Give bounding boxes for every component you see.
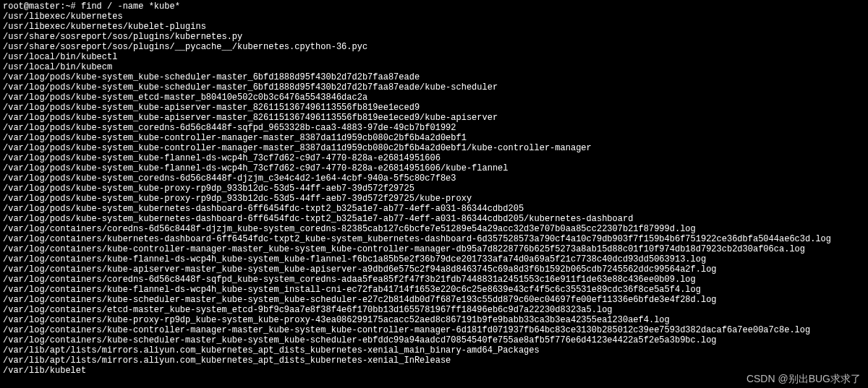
- output-line: /var/log/pods/kube-system_kube-apiserver…: [3, 113, 865, 123]
- output-line: /var/log/pods/kube-system_coredns-6d56c8…: [3, 173, 865, 184]
- output-line: /var/log/pods/kube-system_kube-proxy-rp9…: [3, 194, 865, 204]
- output-line: /var/log/containers/coredns-6d56c8448f-s…: [3, 275, 865, 285]
- output-line: /var/log/pods/kube-system_coredns-6d56c8…: [3, 123, 865, 133]
- output-line: /usr/share/sosreport/sos/plugins/kuberne…: [3, 32, 865, 42]
- output-line: /var/log/containers/kube-controller-mana…: [3, 244, 865, 254]
- output-line: /var/log/containers/kube-scheduler-maste…: [3, 335, 865, 345]
- output-line: /var/lib/apt/lists/mirrors.aliyun.com_ku…: [3, 345, 865, 355]
- watermark: CSDN @别出BUG求求了: [746, 374, 861, 384]
- output-line: /var/log/pods/kube-system_kubernetes-das…: [3, 214, 865, 224]
- output-line: /var/log/pods/kube-system_kube-scheduler…: [3, 72, 865, 82]
- output-line: /usr/libexec/kubernetes: [3, 12, 865, 22]
- output-line: /var/log/pods/kube-system_kube-scheduler…: [3, 82, 865, 92]
- output-line: /var/lib/kubelet: [3, 366, 865, 376]
- output-line: /usr/share/sosreport/sos/plugins/__pycac…: [3, 42, 865, 52]
- output-line: /var/log/pods/kube-system_kube-flannel-d…: [3, 153, 865, 163]
- output-line: /var/log/containers/kube-flannel-ds-wcp4…: [3, 254, 865, 264]
- output-line: /usr/local/bin/kubecm: [3, 62, 865, 72]
- output-line: /var/log/containers/kubernetes-dashboard…: [3, 234, 865, 244]
- output-line: /var/log/containers/kube-scheduler-maste…: [3, 295, 865, 305]
- command-line: root@master:~# find / -name *kube*: [3, 1, 865, 12]
- output-line: /var/log/pods/kube-system_kube-apiserver…: [3, 103, 865, 113]
- output-line: /var/log/containers/etcd-master_kube-sys…: [3, 305, 865, 315]
- output-line: /var/log/pods/kube-system_etcd-master_b8…: [3, 92, 865, 103]
- terminal-output[interactable]: root@master:~# find / -name *kube*/usr/l…: [3, 1, 865, 376]
- output-line: /var/log/containers/kube-apiserver-maste…: [3, 264, 865, 275]
- output-line: /var/log/containers/coredns-6d56c8448f-d…: [3, 224, 865, 234]
- output-line: /var/log/containers/kube-flannel-ds-wcp4…: [3, 285, 865, 295]
- output-line: /var/log/pods/kube-system_kube-proxy-rp9…: [3, 184, 865, 194]
- output-line: /var/log/pods/kube-system_kube-controlle…: [3, 133, 865, 143]
- output-line: /var/log/pods/kube-system_kubernetes-das…: [3, 204, 865, 214]
- output-line: /var/log/containers/kube-proxy-rp9dp_kub…: [3, 315, 865, 325]
- output-line: /var/log/pods/kube-system_kube-controlle…: [3, 143, 865, 153]
- output-line: /usr/local/bin/kubectl: [3, 52, 865, 62]
- output-line: /var/log/containers/kube-controller-mana…: [3, 325, 865, 335]
- output-line: /var/log/pods/kube-system_kube-flannel-d…: [3, 163, 865, 173]
- output-line: /usr/libexec/kubernetes/kubelet-plugins: [3, 22, 865, 32]
- output-line: /var/lib/apt/lists/mirrors.aliyun.com_ku…: [3, 355, 865, 366]
